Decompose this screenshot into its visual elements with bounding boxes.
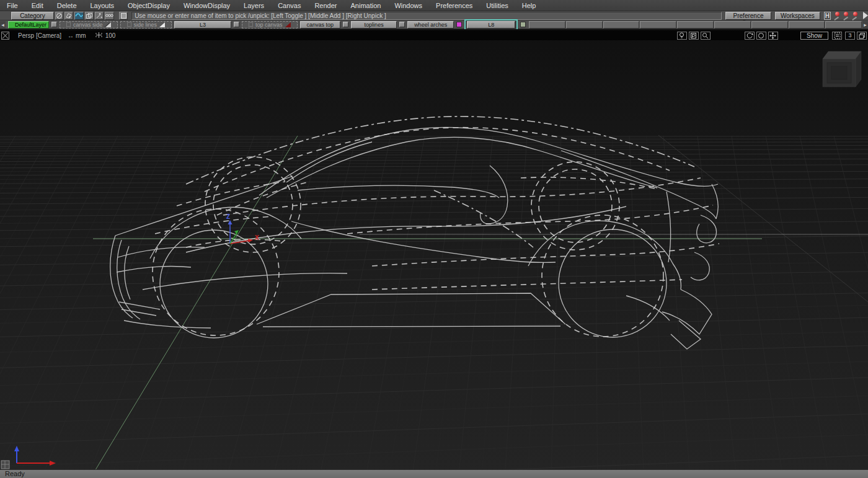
pick-cv-icon[interactable] <box>105 12 114 20</box>
prompt-line[interactable]: Use mouse or enter name of item to pick … <box>131 12 722 20</box>
menu-file[interactable]: File <box>0 0 25 11</box>
layer-l8[interactable]: L8 <box>467 21 515 29</box>
layer-slot[interactable] <box>640 21 676 29</box>
bookmark-icon[interactable] <box>689 32 699 40</box>
menu-preferences[interactable]: Preferences <box>429 0 479 11</box>
layer-top-canvas[interactable]: top canvas <box>242 21 298 29</box>
view-count-badge[interactable]: 3 <box>845 32 855 40</box>
axis-x-label: X <box>255 234 259 241</box>
workspaces-button[interactable]: Workspaces <box>775 12 820 20</box>
menu-bar: File Edit Delete Layouts ObjectDisplay W… <box>0 0 868 11</box>
layer-slot[interactable] <box>566 21 603 29</box>
viewport-units: mm <box>76 32 86 39</box>
magnifier-icon[interactable] <box>701 32 711 40</box>
layer-label: top canvas <box>255 22 283 28</box>
pick-object-icon[interactable] <box>64 12 73 20</box>
pick-point-icon[interactable] <box>95 12 104 20</box>
viewport-title[interactable]: Persp [Camera] <box>18 32 61 39</box>
list-icon[interactable] <box>832 32 842 40</box>
viewport-canvas[interactable]: Z X <box>0 29 868 469</box>
layer-slot[interactable] <box>714 21 751 29</box>
light-icon[interactable] <box>677 32 687 40</box>
layer-slot[interactable] <box>603 21 640 29</box>
layer-defaultlayer[interactable]: DefaultLayer <box>8 21 49 29</box>
menu-animation[interactable]: Animation <box>344 0 388 11</box>
orbit-icon[interactable] <box>756 32 766 40</box>
layer-canvas-top[interactable]: canvas top <box>300 21 341 29</box>
grid-edge <box>658 135 868 302</box>
layer-bar: ◂ DefaultLayer canvas side side lines L3… <box>0 20 868 29</box>
menu-layers[interactable]: Layers <box>237 0 271 11</box>
magenta-swatch[interactable] <box>456 22 462 27</box>
menu-delete[interactable]: Delete <box>50 0 84 11</box>
canvas-swatch-icon <box>159 22 165 27</box>
viewport-widget-icon[interactable] <box>1 32 9 40</box>
layer-canvas-side[interactable]: canvas side <box>60 21 118 29</box>
windows-icon[interactable] <box>857 32 867 40</box>
layer-slot[interactable] <box>751 21 788 29</box>
menu-windows[interactable]: Windows <box>388 0 429 11</box>
layer-side-lines[interactable]: side lines <box>120 21 172 29</box>
layer-wheel-arches[interactable]: wheel arches <box>407 21 454 29</box>
layer-l3[interactable]: L3 <box>174 21 231 29</box>
layer-empty-slots <box>529 21 862 29</box>
status-text: Ready <box>5 470 25 477</box>
pin-icon-3[interactable] <box>851 12 858 20</box>
pan-icon[interactable] <box>768 32 778 40</box>
pin-icon-1[interactable] <box>833 12 840 20</box>
canvas-swatch-icon <box>285 22 291 27</box>
menu-windowdisplay[interactable]: WindowDisplay <box>177 0 237 11</box>
viewport-header: Persp [Camera] ↔ mm 100 <box>0 30 868 40</box>
layer-dot-icon <box>127 22 131 27</box>
pin-icon-2[interactable] <box>842 12 849 20</box>
layer-dot-icon <box>249 22 253 27</box>
pick-nothing-icon[interactable] <box>55 12 64 20</box>
units-arrow-icon: ↔ <box>68 32 74 39</box>
canvas-swatch-icon <box>105 22 111 27</box>
layer-checkbox[interactable] <box>51 22 57 27</box>
view-cube[interactable] <box>823 51 861 87</box>
ground-grid-fine <box>0 136 868 469</box>
status-bar: Ready <box>0 469 868 478</box>
menu-canvas[interactable]: Canvas <box>271 0 308 11</box>
layer-slot[interactable] <box>789 21 825 29</box>
layer-label: side lines <box>134 22 157 28</box>
tumble-icon[interactable] <box>745 32 755 40</box>
layer-checkbox[interactable] <box>399 22 405 27</box>
layer-toplines[interactable]: toplines <box>351 21 397 29</box>
layer-l8-selected-frame: L8 <box>464 19 518 30</box>
menu-utilities[interactable]: Utilities <box>479 0 515 11</box>
axis-z-label: Z <box>226 213 230 220</box>
toolbar-expand-arrow-icon[interactable] <box>863 12 868 19</box>
pick-curve-icon[interactable] <box>74 12 84 20</box>
menu-layouts[interactable]: Layouts <box>84 0 122 11</box>
layer-dot-icon <box>66 22 71 27</box>
category-button[interactable]: Category <box>11 12 54 20</box>
layer-slot[interactable] <box>529 21 565 29</box>
pick-toolbar: Category Use mouse or enter name of item… <box>0 11 868 20</box>
layer-scroll-right-icon[interactable]: ▸ <box>862 21 868 29</box>
menu-render[interactable]: Render <box>308 0 343 11</box>
layer-checkbox[interactable] <box>234 22 239 27</box>
layer-label: canvas side <box>73 22 103 28</box>
layer-scroll-left-icon[interactable]: ◂ <box>0 21 6 29</box>
menu-objectdisplay[interactable]: ObjectDisplay <box>121 0 177 11</box>
grid-spacing-value: 100 <box>105 32 116 39</box>
pick-surface-icon[interactable] <box>85 12 94 20</box>
layer-slot[interactable] <box>825 21 862 29</box>
preference-sets-button[interactable]: Preference Sets <box>725 12 771 20</box>
menu-edit[interactable]: Edit <box>25 0 50 11</box>
sage-swatch[interactable] <box>520 22 526 27</box>
show-button[interactable]: Show <box>800 32 828 40</box>
template-toggle-icon[interactable] <box>119 12 128 20</box>
menu-help[interactable]: Help <box>515 0 543 11</box>
layer-slot[interactable] <box>677 21 714 29</box>
grid-spacing-icon <box>95 32 103 40</box>
hotkey-icon[interactable]: H <box>824 12 831 20</box>
layer-checkbox[interactable] <box>343 22 348 27</box>
alias-application-window: File Edit Delete Layouts ObjectDisplay W… <box>0 0 868 478</box>
perspective-viewport[interactable]: Z X <box>0 29 868 469</box>
